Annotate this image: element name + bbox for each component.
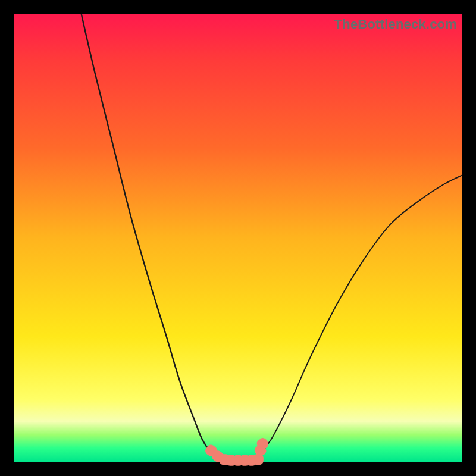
left-curve xyxy=(82,14,220,462)
curve-layer xyxy=(14,14,462,462)
plot-area: TheBottleneck.com xyxy=(14,14,462,462)
right-curve xyxy=(256,176,462,462)
marker-group xyxy=(203,436,270,465)
chart-frame: TheBottleneck.com xyxy=(0,0,476,476)
